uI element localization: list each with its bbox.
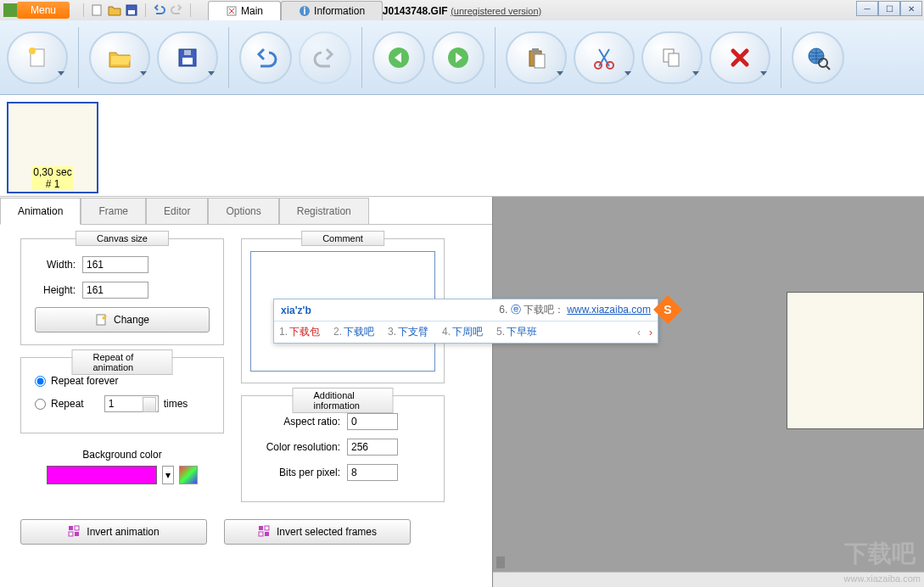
ime-cand-2[interactable]: 2.下载吧 — [333, 325, 374, 339]
bpp-input[interactable] — [347, 464, 398, 481]
save-file-button[interactable] — [157, 31, 218, 84]
bgcolor-section: Background color ▾ — [20, 445, 224, 484]
svg-rect-28 — [265, 526, 269, 530]
tab-registration[interactable]: Registration — [279, 198, 369, 225]
tab-main-label: Main — [241, 5, 263, 17]
tab-editor[interactable]: Editor — [146, 198, 208, 225]
svg-point-17 — [607, 62, 613, 69]
color-swatch[interactable] — [47, 466, 157, 484]
menu-button[interactable]: Menu — [17, 2, 70, 19]
redo-button[interactable] — [299, 31, 351, 84]
app-icon — [3, 3, 17, 17]
license-status: (unregistered version) — [451, 6, 541, 16]
repeat-label: Repeat — [51, 398, 84, 410]
cut-button[interactable] — [574, 31, 635, 84]
ime-cand-5[interactable]: 5.下早班 — [496, 325, 537, 339]
frame-info: 0,30 sec # 1 — [31, 166, 73, 190]
ime-cand-1[interactable]: 1.下载包 — [279, 325, 320, 339]
frame-thumbnail-1[interactable]: 0,30 sec # 1 — [7, 102, 98, 193]
svg-point-7 — [29, 48, 36, 54]
invert-animation-button[interactable]: Invert animation — [20, 519, 207, 545]
svg-rect-0 — [92, 5, 101, 15]
canvas-size-group: Canvas size Width: Height: Change — [20, 238, 224, 345]
prev-button[interactable] — [372, 31, 425, 84]
invert-sel-icon — [258, 525, 272, 539]
svg-rect-19 — [669, 53, 679, 66]
delete-button[interactable] — [709, 31, 770, 84]
watermark-url: www.xiazaiba.com — [844, 573, 921, 584]
times-label: times — [164, 398, 188, 410]
height-input[interactable] — [82, 282, 148, 299]
addinfo-legend: Additional information — [293, 388, 394, 413]
svg-rect-10 — [184, 50, 191, 55]
svg-rect-27 — [259, 526, 263, 530]
height-label: Height: — [35, 284, 76, 296]
maximize-button[interactable]: ☐ — [878, 1, 900, 16]
new-file-button[interactable] — [7, 31, 68, 84]
svg-point-16 — [595, 62, 602, 69]
ime-cand-3[interactable]: 3.下支臂 — [388, 325, 428, 339]
open-file-button[interactable] — [89, 31, 150, 84]
lower-area: Animation Frame Editor Options Registrat… — [0, 197, 924, 587]
aspect-input[interactable] — [347, 413, 398, 430]
ime-candidates: 1.下载包 2.下载吧 3.下支臂 4.下周吧 5.下早班 ‹ › — [274, 321, 658, 343]
tab-information[interactable]: i Information — [281, 1, 383, 20]
minimize-button[interactable]: ─ — [856, 1, 878, 16]
ime-input-text: xia'z'b — [281, 305, 311, 316]
invert-selected-button[interactable]: Invert selected frames — [224, 519, 411, 545]
canvas-legend: Canvas size — [76, 231, 169, 246]
colorres-input[interactable] — [347, 439, 398, 456]
close-button[interactable]: ✕ — [900, 1, 922, 16]
quick-access-toolbar — [80, 3, 194, 17]
paste-button[interactable] — [506, 31, 567, 84]
save-icon[interactable] — [125, 3, 138, 17]
svg-rect-30 — [265, 532, 269, 536]
web-search-button[interactable] — [792, 31, 844, 84]
frame-index: # 1 — [33, 178, 71, 190]
svg-rect-24 — [75, 526, 79, 530]
main-tab-icon — [226, 5, 238, 17]
next-button[interactable] — [432, 31, 484, 84]
undo-button[interactable] — [239, 31, 292, 84]
preview-image — [787, 292, 924, 429]
change-icon — [95, 313, 109, 327]
tab-options[interactable]: Options — [208, 198, 278, 225]
undo-icon[interactable] — [153, 3, 166, 17]
aspect-label: Aspect ratio: — [255, 416, 340, 428]
app-title: J0143748.GIF (unregistered version) — [383, 4, 541, 17]
menubar: Menu Main i Information J0143748.GIF (un… — [0, 0, 924, 20]
redo-icon[interactable] — [170, 3, 183, 17]
ime-cand-4[interactable]: 4.下周吧 — [442, 325, 483, 339]
ribbon-tabs: Main i Information — [208, 1, 383, 20]
svg-rect-2 — [128, 10, 135, 14]
comment-legend: Comment — [301, 231, 384, 246]
tab-animation[interactable]: Animation — [0, 198, 81, 225]
invert-anim-icon — [68, 525, 81, 539]
color-picker-button[interactable] — [179, 466, 198, 484]
svg-rect-9 — [182, 58, 193, 64]
repeat-forever-radio[interactable] — [35, 376, 46, 387]
new-icon[interactable] — [91, 3, 104, 17]
color-dropdown[interactable]: ▾ — [162, 466, 174, 484]
info-tab-icon: i — [299, 5, 311, 17]
copy-button[interactable] — [641, 31, 703, 84]
addinfo-group: Additional information Aspect ratio: Col… — [241, 395, 445, 502]
open-icon[interactable] — [108, 3, 121, 17]
svg-rect-14 — [532, 48, 539, 53]
properties-panel: Animation Frame Editor Options Registrat… — [0, 197, 492, 587]
ime-hint-link[interactable]: www.xiazaiba.com — [567, 304, 651, 316]
watermark-big: 下载吧 — [844, 538, 916, 570]
timeline-marker[interactable] — [496, 556, 505, 568]
tab-frame[interactable]: Frame — [81, 198, 146, 225]
change-button[interactable]: Change — [35, 307, 210, 333]
svg-rect-23 — [69, 526, 73, 530]
ime-hint: 6. ⓔ 下载吧： www.xiazaiba.com — [499, 303, 651, 317]
width-input[interactable] — [82, 256, 148, 273]
repeat-times-radio[interactable] — [35, 399, 46, 410]
svg-text:i: i — [303, 5, 305, 17]
ime-nav[interactable]: ‹ › — [637, 327, 652, 338]
tab-main[interactable]: Main — [208, 1, 281, 20]
repeat-times-spinner[interactable]: 1 — [104, 395, 159, 412]
ime-popup: xia'z'b 6. ⓔ 下载吧： www.xiazaiba.com 1.下载包… — [273, 299, 658, 344]
invert-sel-label: Invert selected frames — [277, 526, 377, 538]
